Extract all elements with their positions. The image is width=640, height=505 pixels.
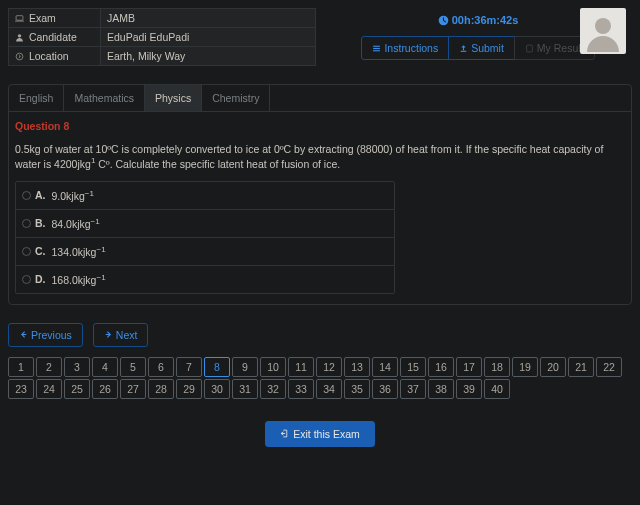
question-num-38[interactable]: 38	[428, 379, 454, 399]
option-value: 84.0kjkg−1	[52, 217, 100, 230]
question-num-23[interactable]: 23	[8, 379, 34, 399]
svg-rect-0	[16, 16, 23, 21]
header-actions: Instructions Submit My Result	[361, 36, 594, 60]
arrow-left-icon	[19, 330, 28, 339]
question-num-21[interactable]: 21	[568, 357, 594, 377]
question-num-32[interactable]: 32	[260, 379, 286, 399]
question-num-22[interactable]: 22	[596, 357, 622, 377]
exit-exam-button[interactable]: Exit this Exam	[265, 421, 375, 447]
svg-rect-8	[461, 50, 467, 51]
exam-value: JAMB	[107, 12, 135, 24]
tab-chemistry[interactable]: Chemistry	[202, 85, 270, 111]
question-num-26[interactable]: 26	[92, 379, 118, 399]
subject-tab-bar: EnglishMathematicsPhysicsChemistry	[9, 85, 631, 112]
svg-rect-1	[15, 21, 24, 22]
option-a[interactable]: A.9.0kjkg−1	[16, 182, 394, 210]
submit-button[interactable]: Submit	[448, 36, 515, 60]
question-num-10[interactable]: 10	[260, 357, 286, 377]
laptop-icon	[15, 14, 24, 23]
question-num-18[interactable]: 18	[484, 357, 510, 377]
question-num-2[interactable]: 2	[36, 357, 62, 377]
question-num-20[interactable]: 20	[540, 357, 566, 377]
svg-rect-7	[374, 50, 381, 51]
question-num-37[interactable]: 37	[400, 379, 426, 399]
candidate-value: EduPadi EduPadi	[107, 31, 189, 43]
option-value: 134.0kjkg−1	[52, 245, 106, 258]
question-num-34[interactable]: 34	[316, 379, 342, 399]
question-label: Question 8	[15, 120, 625, 132]
option-b[interactable]: B.84.0kjkg−1	[16, 210, 394, 238]
question-num-12[interactable]: 12	[316, 357, 342, 377]
instructions-button[interactable]: Instructions	[361, 36, 449, 60]
svg-point-10	[595, 18, 611, 34]
option-letter: B.	[35, 217, 46, 229]
question-num-3[interactable]: 3	[64, 357, 90, 377]
option-list: A.9.0kjkg−1B.84.0kjkg−1C.134.0kjkg−1D.16…	[15, 181, 395, 294]
exit-icon	[280, 429, 289, 438]
svg-rect-9	[527, 45, 533, 52]
option-value: 168.0kjkg−1	[52, 273, 106, 286]
question-num-28[interactable]: 28	[148, 379, 174, 399]
compass-icon	[15, 52, 24, 61]
question-num-39[interactable]: 39	[456, 379, 482, 399]
question-num-8[interactable]: 8	[204, 357, 230, 377]
option-letter: D.	[35, 273, 46, 285]
question-num-35[interactable]: 35	[344, 379, 370, 399]
question-num-40[interactable]: 40	[484, 379, 510, 399]
question-num-7[interactable]: 7	[176, 357, 202, 377]
tab-physics[interactable]: Physics	[145, 85, 202, 111]
result-icon	[525, 44, 534, 53]
list-icon	[372, 44, 381, 53]
question-num-11[interactable]: 11	[288, 357, 314, 377]
question-num-17[interactable]: 17	[456, 357, 482, 377]
option-d[interactable]: D.168.0kjkg−1	[16, 266, 394, 293]
question-num-19[interactable]: 19	[512, 357, 538, 377]
radio-icon	[22, 275, 31, 284]
question-num-27[interactable]: 27	[120, 379, 146, 399]
question-num-14[interactable]: 14	[372, 357, 398, 377]
tab-mathematics[interactable]: Mathematics	[64, 85, 145, 111]
location-label: Location	[29, 50, 69, 62]
next-button[interactable]: Next	[93, 323, 149, 347]
question-num-24[interactable]: 24	[36, 379, 62, 399]
candidate-label: Candidate	[29, 31, 77, 43]
question-num-9[interactable]: 9	[232, 357, 258, 377]
subject-tabs-container: EnglishMathematicsPhysicsChemistry Quest…	[8, 84, 632, 305]
question-num-6[interactable]: 6	[148, 357, 174, 377]
clock-icon	[438, 15, 449, 26]
timer: 00h:36m:42s	[438, 14, 519, 26]
exam-info-table: Exam JAMB Candidate EduPadi EduPadi Loca…	[8, 8, 316, 66]
avatar	[580, 8, 626, 54]
question-num-25[interactable]: 25	[64, 379, 90, 399]
exam-label: Exam	[29, 12, 56, 24]
question-num-4[interactable]: 4	[92, 357, 118, 377]
tab-english[interactable]: English	[9, 85, 64, 111]
svg-rect-6	[374, 47, 381, 48]
previous-button[interactable]: Previous	[8, 323, 83, 347]
radio-icon	[22, 191, 31, 200]
option-letter: A.	[35, 189, 46, 201]
option-value: 9.0kjkg−1	[52, 189, 94, 202]
timer-text: 00h:36m:42s	[452, 14, 519, 26]
svg-point-2	[18, 34, 21, 37]
question-text: 0.5kg of water at 10ºC is completely con…	[15, 142, 625, 171]
question-num-15[interactable]: 15	[400, 357, 426, 377]
question-number-grid: 1234567891011121314151617181920212223242…	[8, 357, 632, 399]
question-num-1[interactable]: 1	[8, 357, 34, 377]
person-icon	[15, 33, 24, 42]
svg-rect-5	[374, 45, 381, 46]
question-num-31[interactable]: 31	[232, 379, 258, 399]
question-num-30[interactable]: 30	[204, 379, 230, 399]
question-num-16[interactable]: 16	[428, 357, 454, 377]
question-num-36[interactable]: 36	[372, 379, 398, 399]
avatar-placeholder-icon	[583, 12, 623, 52]
upload-icon	[459, 44, 468, 53]
question-num-13[interactable]: 13	[344, 357, 370, 377]
arrow-right-icon	[104, 330, 113, 339]
question-num-5[interactable]: 5	[120, 357, 146, 377]
radio-icon	[22, 247, 31, 256]
question-num-29[interactable]: 29	[176, 379, 202, 399]
option-letter: C.	[35, 245, 46, 257]
option-c[interactable]: C.134.0kjkg−1	[16, 238, 394, 266]
question-num-33[interactable]: 33	[288, 379, 314, 399]
